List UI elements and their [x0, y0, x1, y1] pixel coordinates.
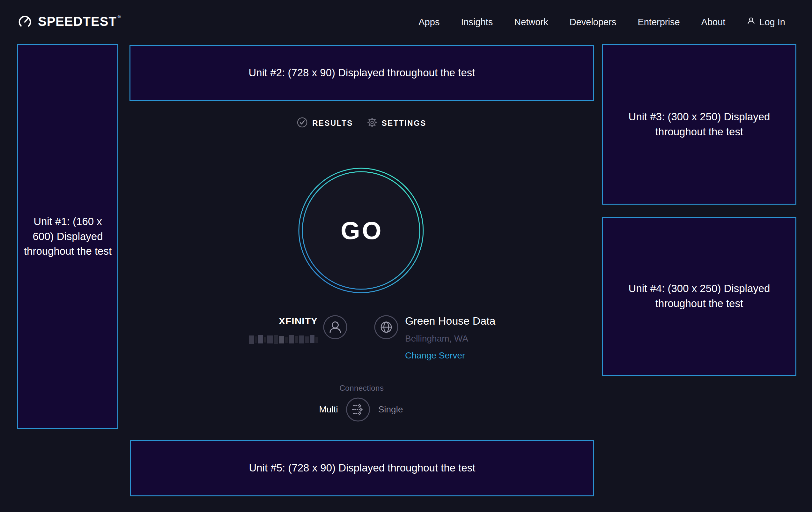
- nav-item-insights[interactable]: Insights: [461, 17, 493, 27]
- ad-unit-3: Unit #3: (300 x 250) Displayed throughou…: [602, 44, 796, 205]
- login-button[interactable]: Log In: [747, 17, 785, 28]
- nav-item-apps[interactable]: Apps: [418, 17, 439, 27]
- nav-item-developers[interactable]: Developers: [570, 17, 616, 27]
- go-button[interactable]: GO: [297, 167, 425, 294]
- multi-connection-toggle-icon[interactable]: [346, 397, 371, 422]
- connections-multi-option[interactable]: Multi: [319, 404, 338, 415]
- provider-name: XFINITY: [235, 316, 318, 327]
- trademark-mark: ®: [118, 15, 121, 19]
- connections-single-option[interactable]: Single: [378, 404, 403, 415]
- settings-tab-label: SETTINGS: [382, 119, 427, 128]
- top-nav: SPEEDTEST® Apps Insights Network Develop…: [0, 0, 812, 44]
- gear-icon: [367, 117, 377, 129]
- nav-item-about[interactable]: About: [701, 17, 726, 27]
- nav-item-network[interactable]: Network: [514, 17, 548, 27]
- change-server-link[interactable]: Change Server: [405, 351, 496, 360]
- ad-unit-5: Unit #5: (728 x 90) Displayed throughout…: [130, 440, 594, 496]
- go-button-label: GO: [297, 167, 425, 294]
- connections-label: Connections: [340, 384, 384, 393]
- user-icon: [747, 17, 756, 28]
- globe-icon: [374, 315, 399, 340]
- speedometer-icon: [18, 14, 32, 30]
- server-location: Bellingham, WA: [405, 334, 496, 343]
- speedtest-page: SPEEDTEST® Apps Insights Network Develop…: [0, 0, 812, 512]
- speedtest-logo[interactable]: SPEEDTEST®: [18, 14, 121, 30]
- tab-settings[interactable]: SETTINGS: [367, 117, 427, 129]
- ad-unit-2: Unit #2: (728 x 90) Displayed throughout…: [129, 45, 594, 101]
- connections-toggle-row: Multi Single: [319, 397, 403, 422]
- tab-results[interactable]: RESULTS: [297, 117, 353, 129]
- results-tab-label: RESULTS: [312, 119, 353, 128]
- ad-unit-1: Unit #1: (160 x 600) Displayed throughou…: [17, 44, 118, 429]
- ad-unit-4: Unit #4: (300 x 250) Displayed throughou…: [602, 217, 796, 376]
- brand-wordmark: SPEEDTEST: [38, 15, 117, 28]
- check-circle-icon: [297, 117, 308, 129]
- server-name: Green House Data: [405, 315, 496, 327]
- result-settings-tabs: RESULTS SETTINGS: [297, 117, 427, 129]
- login-label: Log In: [759, 17, 785, 27]
- server-info: Green House Data Bellingham, WA Change S…: [405, 315, 496, 360]
- nav-item-enterprise[interactable]: Enterprise: [638, 17, 679, 27]
- main-nav: Apps Insights Network Developers Enterpr…: [418, 17, 785, 28]
- provider-user-icon: [322, 315, 348, 340]
- redacted-ip-blur: [249, 335, 318, 344]
